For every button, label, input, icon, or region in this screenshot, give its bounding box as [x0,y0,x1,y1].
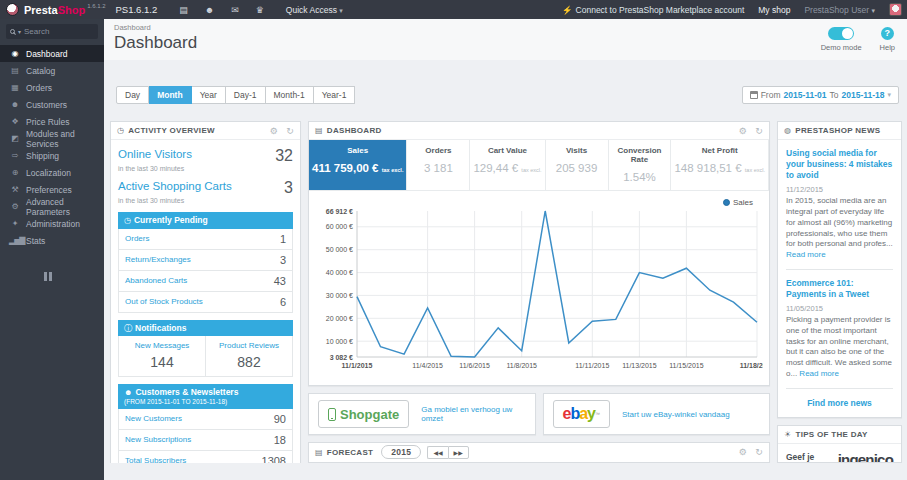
range-button[interactable]: Year-1 [314,86,356,104]
pending-row[interactable]: Abandoned Carts 43 [119,270,292,291]
demo-mode-toggle[interactable] [828,27,854,40]
refresh-icon[interactable]: ↻ [755,447,763,457]
ebay-link[interactable]: Start uw eBay-winkel vandaag [622,410,730,419]
user-avatar[interactable] [889,3,902,16]
sidebar-menu-item[interactable]: ☻ Customers [0,96,104,113]
menu-item-label: Advanced Parameters [26,197,104,217]
ebay-logo[interactable]: ebay ™ [553,400,611,428]
sidebar-menu-item[interactable]: ◩ Modules and Services [0,130,104,147]
page-title: Dashboard [114,33,897,53]
quick-access-menu[interactable]: Quick Access ▾ [286,5,343,15]
news-article-title[interactable]: Ecommerce 101: Payments in a Tweet [786,278,893,300]
kpi-tile[interactable]: Conversion Rate 1.54% [609,140,672,190]
trophy-icon[interactable]: ♛ [256,5,264,15]
kpi-label: Sales [312,146,403,155]
find-more-news-link[interactable]: Find more news [786,397,893,413]
forecast-year[interactable]: 2015 [381,445,421,459]
pending-row-label[interactable]: Return/Exchanges [125,255,191,264]
next-year-button[interactable]: ▶▶ [448,446,469,459]
dashboard-panel-title: DASHBOARD [327,126,382,135]
sidebar-menu-item[interactable]: ▤ Catalog [0,62,104,79]
pending-row[interactable]: Out of Stock Products 6 [119,291,292,312]
kpi-tax-suffix: tax excl. [521,167,541,173]
notification-cell[interactable]: Product Reviews 882 [205,336,292,376]
marketplace-connect-link[interactable]: ⚡Connect to PrestaShop Marketplace accou… [562,5,744,15]
kpi-tile[interactable]: Visits 205 939 [546,140,609,190]
gear-icon[interactable]: ⚙ [739,447,747,457]
refresh-icon[interactable]: ↻ [286,126,294,136]
pending-row-label[interactable]: Orders [125,234,149,243]
pending-row[interactable]: Return/Exchanges 3 [119,249,292,270]
range-button[interactable]: Year [192,86,226,104]
sidebar-menu-item[interactable]: ⚒ Preferences [0,181,104,198]
range-button[interactable]: Day-1 [226,86,266,104]
sidebar-menu-item[interactable]: ❖ Price Rules [0,113,104,130]
sidebar-menu-item[interactable]: ⊕ Localization [0,164,104,181]
customers-row[interactable]: New Subscriptions 18 [119,429,292,450]
main-area: Dashboard Dashboard Demo mode ? Help Day… [104,19,907,480]
range-button[interactable]: Day [116,86,149,104]
kpi-tile[interactable]: Orders 3 181 [407,140,470,190]
read-more-link[interactable]: Read more [799,369,839,378]
menu-item-icon: ☻ [9,100,20,109]
shopgate-logo[interactable]: Shopgate [318,400,409,428]
customers-row-label[interactable]: New Subscriptions [125,435,191,444]
kpi-label: Visits [549,146,605,155]
lightbulb-icon: ☀ [784,430,791,439]
user-menu[interactable]: PrestaShop User ▾ [804,5,875,15]
brand-wordmark: PrestaShop [24,4,85,16]
customers-row-label[interactable]: Total Subscribers [125,456,186,463]
customers-row[interactable]: Total Subscribers 1308 [119,450,292,463]
search-input[interactable] [24,27,84,36]
customers-row-value: 1308 [262,455,286,463]
cart-icon[interactable]: ▤ [179,5,188,15]
news-article-title[interactable]: Using social media for your business: 4 … [786,148,893,181]
shopgate-link[interactable]: Ga mobiel en verhoog uw omzet [421,405,525,423]
gear-icon[interactable]: ⚙ [739,126,747,136]
menu-item-label: Localization [26,168,71,178]
pending-row-label[interactable]: Abandoned Carts [125,276,187,285]
sidebar-search[interactable]: ▾ [6,24,98,39]
gear-icon[interactable]: ⚙ [270,126,278,136]
help-icon[interactable]: ? [881,27,894,40]
date-range-picker[interactable]: From 2015-11-01 To 2015-11-18 ▾ [742,86,899,104]
refresh-icon[interactable]: ↻ [755,126,763,136]
pending-row[interactable]: Orders 1 [119,229,292,249]
sidebar-menu-item[interactable]: ▂▅▇ Stats [0,232,104,249]
read-more-link[interactable]: Read more [786,250,826,259]
kpi-label: Net Profit [674,146,765,155]
kpi-value: 129,44 € tax excl. [473,162,541,174]
mail-icon[interactable]: ✉ [231,5,239,15]
my-shop-link[interactable]: My shop [758,5,790,15]
sidebar-collapse-button[interactable] [44,272,52,281]
notification-cell[interactable]: New Messages 144 [119,336,205,376]
range-button[interactable]: Month-1 [266,86,314,104]
news-article: Ecommerce 101: Payments in a Tweet 11/05… [786,278,893,389]
caret-down-icon: ▾ [871,7,875,14]
pending-row-label[interactable]: Out of Stock Products [125,297,203,306]
person-icon[interactable]: ☻ [205,5,214,15]
svg-text:11/4/2015: 11/4/2015 [412,362,443,369]
previous-year-button[interactable]: ◀◀ [427,446,447,459]
sidebar-menu-item[interactable]: ▦ Orders [0,79,104,96]
sidebar-menu-item[interactable]: ⇨ Shipping [0,147,104,164]
menu-item-icon: ✦ [9,219,20,228]
sidebar-menu-item[interactable]: ◉ Dashboard [0,45,104,62]
kpi-tile[interactable]: Sales 411 759,00 € tax excl. [309,140,407,190]
notification-value: 882 [206,354,292,370]
menu-item-label: Preferences [26,185,72,195]
from-label: From [761,90,781,100]
kpi-tile[interactable]: Net Profit 148 918,51 € tax excl. [671,140,769,190]
help-label: Help [880,43,895,52]
customers-row[interactable]: New Customers 90 [119,409,292,429]
phone-icon [328,408,336,421]
activity-stat-link[interactable]: Active Shopping Carts [118,180,232,192]
sidebar-menu-item[interactable]: ✦ Administration [0,215,104,232]
search-scope-caret-icon[interactable]: ▾ [18,28,21,35]
kpi-tile[interactable]: Cart Value 129,44 € tax excl. [470,140,545,190]
customers-row-label[interactable]: New Customers [125,414,182,423]
ingenico-logo[interactable]: ingenico Payment services [838,452,893,463]
activity-stat-link[interactable]: Online Visitors [118,148,192,160]
sidebar-menu-item[interactable]: ⚙ Advanced Parameters [0,198,104,215]
range-button[interactable]: Month [149,86,192,104]
